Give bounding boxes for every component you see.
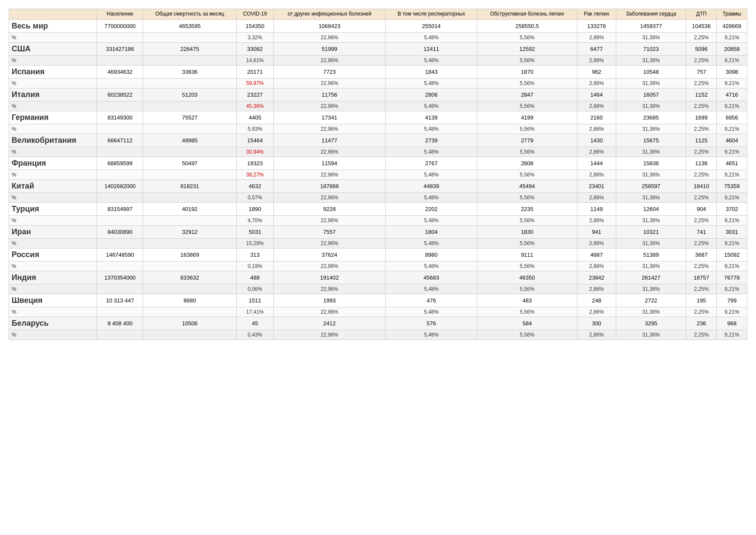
pct-label: % <box>9 101 97 111</box>
dtp-pct: 2,25% <box>686 78 717 88</box>
country-name: Италия <box>9 88 97 101</box>
country-name: Испания <box>9 65 97 78</box>
obstructive: 46350 <box>477 271 577 284</box>
heart-disease: 15675 <box>616 134 686 147</box>
other-infections: 2412 <box>273 317 386 330</box>
obstr-pct: 5,56% <box>477 32 577 42</box>
other-infections: 1068423 <box>273 19 386 32</box>
injuries: 3031 <box>717 225 747 238</box>
other-pct: 22,96% <box>273 78 386 88</box>
resp-pct: 5,48% <box>386 124 477 134</box>
table-row: Франция 68859599 50497 19323 11594 2767 … <box>9 157 747 170</box>
respiratory: 1804 <box>386 225 477 238</box>
respiratory: 45683 <box>386 271 477 284</box>
heart-pct: 31,36% <box>616 238 686 248</box>
header-total-mortality: Общая смертность за месяц <box>143 9 237 20</box>
resp-pct: 5,48% <box>386 78 477 88</box>
heart-pct: 31,36% <box>616 307 686 317</box>
country-name: Турция <box>9 202 97 215</box>
pct-row: % 3,32% 22,96% 5,48% 5,56% 2,86% 31,36% … <box>9 32 747 42</box>
lung-pct: 2,86% <box>577 284 616 294</box>
total-mortality: 163869 <box>143 248 237 261</box>
table-row: Великобритания 66647112 49985 15464 1147… <box>9 134 747 147</box>
total-mortality: 75527 <box>143 111 237 124</box>
pct-row: % 5,83% 22,96% 5,48% 5,56% 2,86% 31,36% … <box>9 124 747 134</box>
obstructive: 2808 <box>477 157 577 170</box>
total-mortality: 51203 <box>143 88 237 101</box>
inj-pct: 9,21% <box>717 124 747 134</box>
table-row: Китай 1402682000 818231 4632 187866 4483… <box>9 179 747 192</box>
covid-pct: 59,97% <box>236 78 273 88</box>
lung-cancer: 248 <box>577 294 616 307</box>
heart-disease: 1459377 <box>616 19 686 32</box>
dtp: 1125 <box>686 134 717 147</box>
dtp: 1699 <box>686 111 717 124</box>
pct-label: % <box>9 147 97 157</box>
resp-pct: 5,48% <box>386 307 477 317</box>
covid-count: 488 <box>236 271 273 284</box>
inj-pct: 9,21% <box>717 330 747 340</box>
header-other-infections: от других инфекционных болезней <box>273 9 386 20</box>
heart-disease: 15836 <box>616 157 686 170</box>
obstructive: 2235 <box>477 202 577 215</box>
injuries: 428669 <box>717 19 747 32</box>
inj-pct: 9,21% <box>717 192 747 202</box>
population: 83154997 <box>97 202 143 215</box>
table-row: Иран 84030890 32912 5031 7557 1804 1830 … <box>9 225 747 238</box>
lung-cancer: 23842 <box>577 271 616 284</box>
lung-cancer: 1149 <box>577 202 616 215</box>
other-infections: 51999 <box>273 42 386 55</box>
covid-pct: 4,70% <box>236 215 273 225</box>
obstr-pct: 5,56% <box>477 330 577 340</box>
dtp-pct: 2,25% <box>686 170 717 179</box>
respiratory: 8980 <box>386 248 477 261</box>
injuries: 4716 <box>717 88 747 101</box>
inj-pct: 9,21% <box>717 101 747 111</box>
pct-label: % <box>9 284 97 294</box>
resp-pct: 5,48% <box>386 330 477 340</box>
obstr-pct: 5,56% <box>477 147 577 157</box>
heart-disease: 71023 <box>616 42 686 55</box>
covid-count: 15464 <box>236 134 273 147</box>
inj-pct: 9,21% <box>717 261 747 271</box>
lung-cancer: 6477 <box>577 42 616 55</box>
other-pct: 22,96% <box>273 330 386 340</box>
injuries: 3098 <box>717 65 747 78</box>
population: 10 313 447 <box>97 294 143 307</box>
covid-pct: 45,36% <box>236 101 273 111</box>
country-name: Великобритания <box>9 134 97 147</box>
total-mortality: 33636 <box>143 65 237 78</box>
respiratory: 2202 <box>386 202 477 215</box>
resp-pct: 5,48% <box>386 32 477 42</box>
lung-pct: 2,86% <box>577 78 616 88</box>
covid-count: 33082 <box>236 42 273 55</box>
injuries: 968 <box>717 317 747 330</box>
obstructive: 258550,5 <box>477 19 577 32</box>
total-mortality: 10506 <box>143 317 237 330</box>
pct-row: % 38,27% 22,96% 5,48% 5,56% 2,86% 31,36%… <box>9 170 747 179</box>
lung-cancer: 941 <box>577 225 616 238</box>
other-infections: 11477 <box>273 134 386 147</box>
dtp-pct: 2,25% <box>686 32 717 42</box>
heart-pct: 31,36% <box>616 101 686 111</box>
heart-disease: 16057 <box>616 88 686 101</box>
pct-label: % <box>9 124 97 134</box>
dtp-pct: 2,25% <box>686 238 717 248</box>
table-row: Швеция 10 313 447 8680 1511 1993 476 483… <box>9 294 747 307</box>
table-row: Индия 1370354000 833632 488 191402 45683… <box>9 271 747 284</box>
lung-pct: 2,86% <box>577 330 616 340</box>
pct-row: % 0,19% 22,96% 5,48% 5,56% 2,86% 31,36% … <box>9 261 747 271</box>
covid-pct: 3,32% <box>236 32 273 42</box>
population: 66647112 <box>97 134 143 147</box>
lung-cancer: 23401 <box>577 179 616 192</box>
respiratory: 576 <box>386 317 477 330</box>
lung-cancer: 300 <box>577 317 616 330</box>
other-infections: 1993 <box>273 294 386 307</box>
table-row: Россия 146748590 163869 313 37624 8980 9… <box>9 248 747 261</box>
country-name: Россия <box>9 248 97 261</box>
header-heart-disease: Заболевания сердца <box>616 9 686 20</box>
pct-label: % <box>9 170 97 179</box>
resp-pct: 5,48% <box>386 192 477 202</box>
covid-count: 20171 <box>236 65 273 78</box>
covid-pct: 30,94% <box>236 147 273 157</box>
